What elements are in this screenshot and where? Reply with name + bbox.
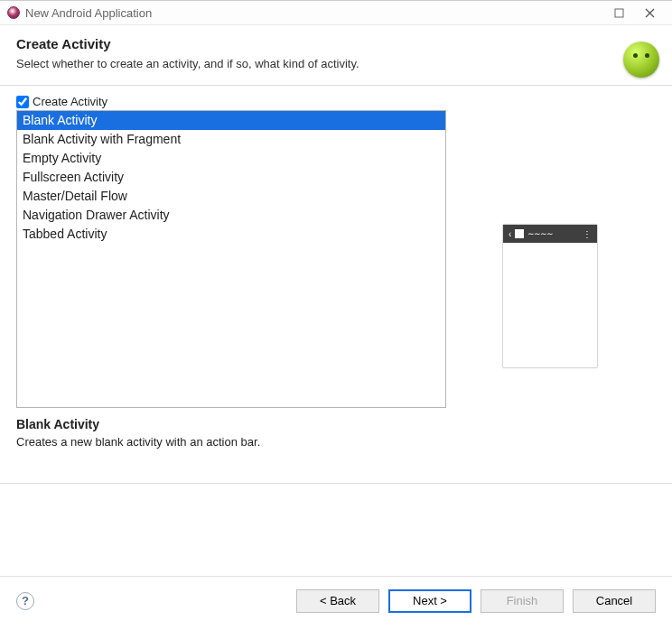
wizard-content: Create Activity Blank ActivityBlank Acti… [0,86,672,484]
activity-description: Blank Activity Creates a new blank activ… [0,408,672,470]
wizard-footer: ? < Back Next > Finish Cancel [0,576,672,625]
eclipse-icon [7,6,20,19]
window-title: New Android Application [25,6,603,20]
activity-list-item[interactable]: Navigation Drawer Activity [17,206,445,225]
description-title: Blank Activity [16,417,656,431]
preview-actionbar: ‹ ∼∼∼∼ ⋮ [503,225,597,243]
activity-list-item[interactable]: Fullscreen Activity [17,168,445,187]
activity-list-item[interactable]: Master/Detail Flow [17,187,445,206]
android-icon [623,42,659,78]
cancel-button[interactable]: Cancel [573,589,656,613]
description-text: Creates a new blank activity with an act… [16,435,656,449]
preview-back-icon: ‹ [509,229,511,239]
create-activity-label: Create Activity [33,95,107,108]
activity-type-list[interactable]: Blank ActivityBlank Activity with Fragme… [16,110,446,408]
page-subtitle: Select whether to create an activity, an… [16,57,656,70]
wizard-header: Create Activity Select whether to create… [0,25,672,86]
page-title: Create Activity [16,36,656,51]
preview-title-placeholder: ∼∼∼∼ [527,229,553,238]
activity-list-item[interactable]: Blank Activity [17,111,445,130]
activity-list-item[interactable]: Empty Activity [17,149,445,168]
finish-button[interactable]: Finish [481,589,564,613]
close-button[interactable] [634,3,665,23]
back-button[interactable]: < Back [296,589,379,613]
preview-menu-icon: ⋮ [583,229,592,239]
activity-list-item[interactable]: Tabbed Activity [17,225,445,244]
activity-list-item[interactable]: Blank Activity with Fragment [17,130,445,149]
next-button[interactable]: Next > [388,589,471,613]
help-icon[interactable]: ? [16,592,34,610]
maximize-button[interactable] [603,3,634,23]
window-titlebar: New Android Application [0,0,672,25]
create-activity-checkbox-row[interactable]: Create Activity [16,95,656,108]
svg-rect-0 [615,9,623,17]
preview-app-icon [515,229,524,238]
activity-preview: ‹ ∼∼∼∼ ⋮ [502,224,598,368]
create-activity-checkbox[interactable] [16,96,29,108]
